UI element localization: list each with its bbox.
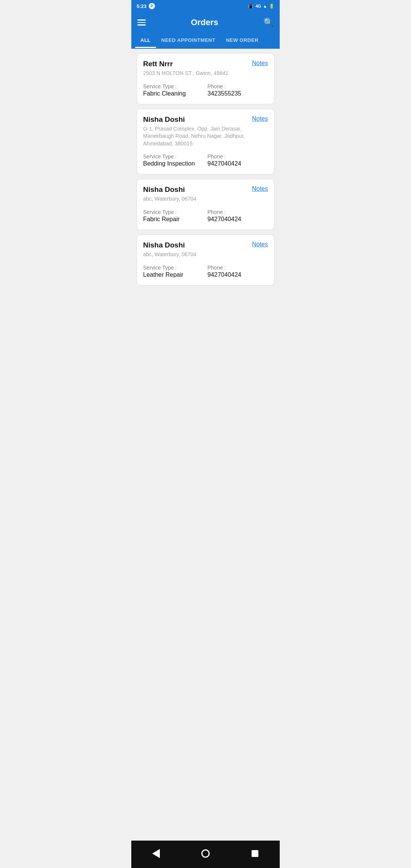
tab-need-appointment[interactable]: NEED APPOINTMENT (156, 33, 221, 48)
phone-col-4: Phone : 9427040424 (207, 265, 268, 278)
order-card-1: Rett Nrrr Notes 2503 N HOLTON ST., Gwinn… (137, 53, 274, 104)
phone-col-1: Phone : 3423555235 (207, 83, 268, 97)
service-type-col-2: Service Type : Bedding Inspection (143, 153, 204, 167)
back-icon (152, 849, 160, 858)
service-type-col-1: Service Type : Fabric Cleaning (143, 83, 204, 97)
phone-label-1: Phone : (207, 83, 268, 89)
time-display: 5:23 (137, 3, 147, 9)
recent-icon (252, 850, 258, 857)
order-card-4: Nisha Doshi Notes abc, Waterbury, 06704 … (137, 235, 274, 286)
vibrate-icon: 📳 (248, 4, 253, 9)
home-icon (201, 849, 210, 858)
order-header-4: Nisha Doshi Notes (143, 241, 268, 249)
notes-link-3[interactable]: Notes (252, 185, 268, 192)
phone-col-2: Phone : 9427040424 (207, 153, 268, 167)
tabs-bar: ALL NEED APPOINTMENT NEW ORDER (131, 33, 280, 49)
order-details-3: Service Type : Fabric Repair Phone : 942… (143, 209, 268, 223)
status-bar: 5:23 P 📳 4G ▲ 🔋 (131, 0, 280, 12)
order-name-3: Nisha Doshi (143, 185, 185, 194)
phone-value-3: 9427040424 (207, 216, 268, 223)
order-address-3: abc, Waterbury, 06704 (143, 195, 268, 203)
service-type-value-4: Leather Repair (143, 271, 204, 278)
order-address-2: G-1, Prasad Complex, Opp. Jain Derasar, … (143, 125, 268, 148)
bottom-nav (131, 841, 280, 868)
order-header-2: Nisha Doshi Notes (143, 115, 268, 124)
service-type-label-1: Service Type : (143, 83, 204, 89)
phone-value-1: 3423555235 (207, 90, 268, 97)
service-type-value-3: Fabric Repair (143, 216, 204, 223)
status-bar-left: 5:23 P (137, 3, 155, 9)
parking-icon: P (149, 3, 155, 9)
order-details-1: Service Type : Fabric Cleaning Phone : 3… (143, 83, 268, 97)
order-details-4: Service Type : Leather Repair Phone : 94… (143, 265, 268, 278)
notes-link-1[interactable]: Notes (252, 60, 268, 67)
order-header-3: Nisha Doshi Notes (143, 185, 268, 194)
order-address-4: abc, Waterbury, 06704 (143, 251, 268, 258)
order-header-1: Rett Nrrr Notes (143, 60, 268, 68)
phone-col-3: Phone : 9427040424 (207, 209, 268, 223)
service-type-label-3: Service Type : (143, 209, 204, 215)
order-name-2: Nisha Doshi (143, 115, 185, 124)
app-header: Orders 🔍 (131, 12, 280, 33)
hamburger-menu-button[interactable] (137, 19, 146, 26)
tab-all[interactable]: ALL (135, 33, 156, 48)
phone-value-4: 9427040424 (207, 271, 268, 278)
search-icon[interactable]: 🔍 (263, 18, 274, 27)
notes-link-2[interactable]: Notes (252, 115, 268, 122)
signal-icon: ▲ (263, 4, 267, 8)
recent-apps-button[interactable] (247, 845, 263, 862)
service-type-label-2: Service Type : (143, 153, 204, 160)
service-type-value-2: Bedding Inspection (143, 160, 204, 167)
phone-label-2: Phone : (207, 153, 268, 160)
home-button[interactable] (197, 845, 214, 862)
network-4g: 4G (255, 4, 261, 8)
order-name-4: Nisha Doshi (143, 241, 185, 249)
back-button[interactable] (148, 845, 164, 862)
tab-new-order[interactable]: NEW ORDER (221, 33, 264, 48)
notes-link-4[interactable]: Notes (252, 241, 268, 248)
order-card-2: Nisha Doshi Notes G-1, Prasad Complex, O… (137, 109, 274, 175)
order-name-1: Rett Nrrr (143, 60, 173, 68)
order-address-1: 2503 N HOLTON ST., Gwinn, 49841 (143, 70, 268, 77)
service-type-col-4: Service Type : Leather Repair (143, 265, 204, 278)
bottom-spacer (137, 290, 274, 321)
page-title: Orders (191, 18, 218, 27)
orders-list: Rett Nrrr Notes 2503 N HOLTON ST., Gwinn… (131, 49, 280, 325)
order-card-3: Nisha Doshi Notes abc, Waterbury, 06704 … (137, 179, 274, 230)
phone-label-4: Phone : (207, 265, 268, 271)
service-type-label-4: Service Type : (143, 265, 204, 271)
service-type-col-3: Service Type : Fabric Repair (143, 209, 204, 223)
battery-icon: 🔋 (269, 4, 274, 9)
status-bar-right: 📳 4G ▲ 🔋 (248, 4, 274, 9)
order-details-2: Service Type : Bedding Inspection Phone … (143, 153, 268, 167)
phone-label-3: Phone : (207, 209, 268, 215)
phone-value-2: 9427040424 (207, 160, 268, 167)
service-type-value-1: Fabric Cleaning (143, 90, 204, 97)
